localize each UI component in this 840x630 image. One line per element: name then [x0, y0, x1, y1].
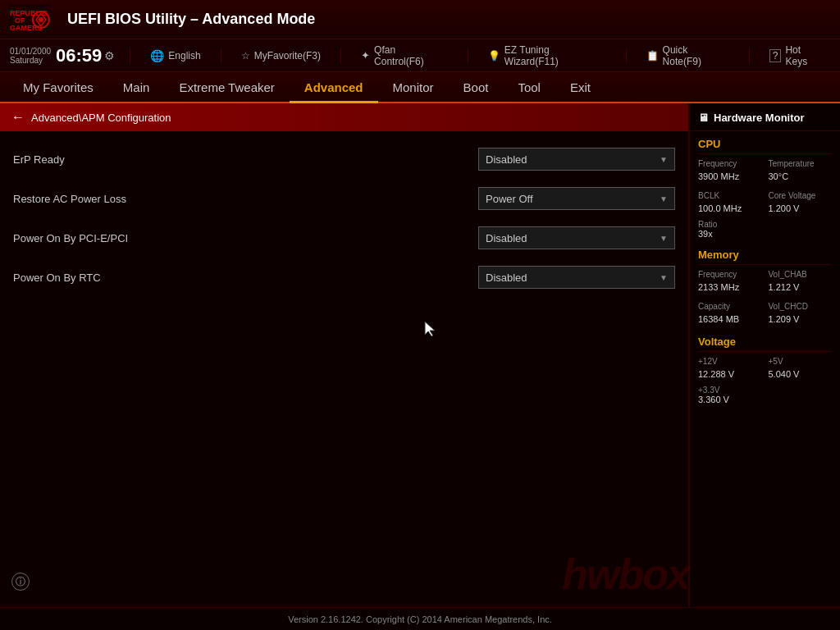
globe-icon: 🌐 [150, 49, 164, 62]
nav-exit[interactable]: Exit [555, 74, 605, 103]
v3v3-value: 3.360 V [698, 395, 832, 404]
power-on-rtc-row: Power On By RTC Disabled ▼ [13, 266, 675, 289]
memory-grid-2: Capacity Vol_CHCD 16384 MB 1.209 V [690, 297, 840, 329]
voltage-section-title: Voltage [690, 329, 840, 351]
eztuning-button[interactable]: 💡 EZ Tuning Wizard(F11) [483, 43, 611, 69]
mem-volchab-value: 1.212 V [769, 282, 833, 292]
mem-cap-label: Capacity [698, 302, 762, 311]
cpu-section-title: CPU [690, 131, 840, 153]
nav-myfavorites[interactable]: My Favorites [8, 74, 108, 103]
topbar-divider-5 [626, 48, 627, 64]
cpu-ratio-label: Ratio [698, 220, 832, 229]
restore-ac-value: Power Off [486, 193, 660, 205]
myfavorite-button[interactable]: ☆ MyFavorite(F3) [236, 48, 326, 63]
mem-freq-value: 2133 MHz [698, 282, 762, 292]
note-icon: 📋 [646, 50, 659, 62]
v5-label: +5V [769, 357, 833, 366]
memory-section-title: Memory [690, 242, 840, 264]
memory-grid: Frequency Vol_CHAB 2133 MHz 1.212 V [690, 265, 840, 297]
footer-text: Version 2.16.1242. Copyright (C) 2014 Am… [288, 614, 552, 624]
cpu-temp-label: Temperature [769, 159, 833, 168]
bios-header: REPUBLIC OF GAMERS UEFI BIOS Utility – A… [0, 0, 840, 39]
erp-ready-label: ErP Ready [13, 153, 65, 166]
info-icon[interactable]: ⓘ [11, 573, 30, 591]
power-on-pci-select[interactable]: Disabled ▼ [478, 226, 675, 249]
mem-volchab-label: Vol_CHAB [769, 270, 833, 279]
nav-monitor[interactable]: Monitor [378, 74, 449, 103]
cpu-bclk-value: 100.0 MHz [698, 203, 762, 213]
hardware-monitor-panel: 🖥 Hardware Monitor CPU Frequency Tempera… [689, 103, 840, 607]
language-button[interactable]: 🌐 English [145, 48, 205, 64]
topbar-divider-3 [340, 48, 341, 64]
mem-freq-label: Frequency [698, 270, 762, 279]
power-on-rtc-dropdown-icon: ▼ [660, 273, 668, 282]
power-on-rtc-value: Disabled [486, 272, 660, 284]
topbar: 01/01/2000 Saturday 06:59 ⚙ 🌐 English ☆ … [0, 39, 840, 72]
restore-ac-select[interactable]: Power Off ▼ [478, 187, 675, 210]
hw-monitor-title: 🖥 Hardware Monitor [690, 103, 840, 131]
mem-cap-value: 16384 MB [698, 314, 762, 324]
day-display: Saturday [10, 56, 51, 65]
myfavorite-label: MyFavorite(F3) [254, 50, 321, 62]
main-layout: ← Advanced\APM Configuration ErP Ready D… [0, 103, 840, 607]
breadcrumb-path: Advanced\APM Configuration [31, 112, 171, 124]
favorite-icon: ☆ [241, 50, 250, 62]
erp-ready-dropdown-icon: ▼ [660, 155, 668, 164]
breadcrumb: ← Advanced\APM Configuration [0, 103, 688, 131]
power-on-pci-value: Disabled [486, 232, 660, 244]
nav-extreme-tweaker[interactable]: Extreme Tweaker [164, 74, 289, 103]
back-arrow-icon[interactable]: ← [11, 110, 25, 125]
nav-extreme-tweaker-label: Extreme Tweaker [179, 80, 274, 94]
topbar-divider-2 [221, 48, 221, 64]
nav-boot[interactable]: Boot [449, 74, 504, 103]
nav-tool[interactable]: Tool [503, 74, 555, 103]
settings-gear-icon[interactable]: ⚙ [104, 49, 115, 62]
footer: Version 2.16.1242. Copyright (C) 2014 Am… [0, 607, 840, 630]
hotkeys-icon: ? [769, 49, 782, 62]
datetime-display: 01/01/2000 Saturday 06:59 ⚙ [10, 45, 115, 66]
fan-icon: ✦ [361, 49, 370, 62]
power-on-pci-label: Power On By PCI-E/PCI [13, 232, 128, 244]
bios-title: UEFI BIOS Utility – Advanced Mode [67, 11, 315, 28]
cpu-temp-value: 30°C [769, 171, 833, 181]
logo-area: REPUBLIC OF GAMERS [8, 4, 51, 35]
cpu-freq-value: 3900 MHz [698, 171, 762, 181]
v5-value: 5.040 V [769, 369, 833, 379]
restore-ac-dropdown-icon: ▼ [660, 194, 668, 203]
voltage-grid: +12V +5V 12.288 V 5.040 V [690, 352, 840, 384]
cpu-corevolt-value: 1.200 V [769, 203, 833, 213]
left-panel: ← Advanced\APM Configuration ErP Ready D… [0, 103, 689, 607]
nav-boot-label: Boot [463, 80, 489, 94]
cpu-ratio-value: 39x [698, 229, 832, 239]
svg-point-6 [39, 17, 43, 22]
language-label: English [168, 50, 200, 62]
v12-value: 12.288 V [698, 369, 762, 379]
power-on-rtc-select[interactable]: Disabled ▼ [478, 266, 675, 289]
quicknote-button[interactable]: 📋 Quick Note(F9) [641, 43, 734, 69]
config-content: ErP Ready Disabled ▼ Restore AC Power Lo… [0, 131, 688, 607]
hotkeys-button[interactable]: ? Hot Keys [765, 43, 830, 69]
clock-display: 06:59 [56, 45, 102, 66]
nav-exit-label: Exit [570, 80, 591, 94]
restore-ac-row: Restore AC Power Loss Power Off ▼ [13, 187, 675, 210]
nav-main[interactable]: Main [108, 74, 165, 103]
nav-advanced-label: Advanced [304, 80, 363, 94]
topbar-divider-1 [130, 48, 130, 64]
qfan-label: Qfan Control(F6) [374, 44, 448, 67]
power-on-rtc-label: Power On By RTC [13, 272, 101, 284]
rog-logo: REPUBLIC OF GAMERS [8, 4, 51, 35]
quicknote-label: Quick Note(F9) [663, 44, 729, 67]
v12-label: +12V [698, 357, 762, 366]
erp-ready-select[interactable]: Disabled ▼ [478, 148, 675, 171]
hw-monitor-title-text: Hardware Monitor [714, 112, 805, 124]
mem-volchcd-label: Vol_CHCD [769, 302, 833, 311]
nav-main-label: Main [123, 80, 150, 94]
v3v3-label: +3.3V [698, 386, 832, 395]
bulb-icon: 💡 [488, 50, 500, 62]
nav-advanced[interactable]: Advanced [290, 74, 378, 103]
power-on-pci-row: Power On By PCI-E/PCI Disabled ▼ [13, 226, 675, 249]
qfan-button[interactable]: ✦ Qfan Control(F6) [356, 43, 453, 69]
cpu-grid-2: BCLK Core Voltage 100.0 MHz 1.200 V [690, 186, 840, 218]
topbar-divider-6 [749, 48, 750, 64]
cpu-freq-label: Frequency [698, 159, 762, 168]
